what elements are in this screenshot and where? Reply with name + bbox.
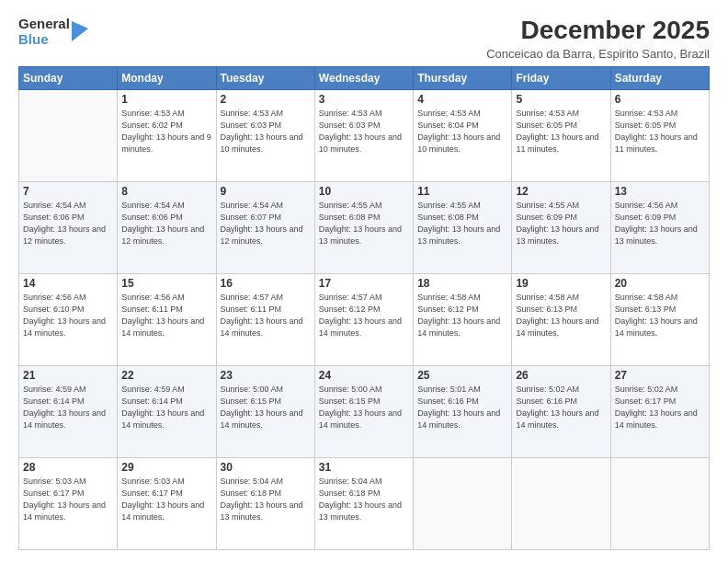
day-info: Sunrise: 4:59 AMSunset: 6:14 PMDaylight:… <box>23 384 113 431</box>
table-row: 10Sunrise: 4:55 AMSunset: 6:08 PMDayligh… <box>314 181 413 273</box>
table-row: 7Sunrise: 4:54 AMSunset: 6:06 PMDaylight… <box>19 181 118 273</box>
table-row: 21Sunrise: 4:59 AMSunset: 6:14 PMDayligh… <box>19 365 118 457</box>
day-number: 11 <box>417 185 507 198</box>
calendar-week-row: 21Sunrise: 4:59 AMSunset: 6:14 PMDayligh… <box>19 365 710 457</box>
title-section: December 2025 Conceicao da Barra, Espiri… <box>486 17 710 61</box>
day-number: 1 <box>121 93 211 106</box>
day-info: Sunrise: 5:03 AMSunset: 6:17 PMDaylight:… <box>121 476 211 523</box>
col-saturday: Saturday <box>610 66 709 89</box>
calendar-header-row: Sunday Monday Tuesday Wednesday Thursday… <box>19 66 710 89</box>
day-info: Sunrise: 4:55 AMSunset: 6:08 PMDaylight:… <box>417 200 507 247</box>
day-number: 8 <box>121 185 211 198</box>
day-info: Sunrise: 4:54 AMSunset: 6:06 PMDaylight:… <box>121 200 211 247</box>
day-info: Sunrise: 5:01 AMSunset: 6:16 PMDaylight:… <box>417 384 507 431</box>
calendar-week-row: 1Sunrise: 4:53 AMSunset: 6:02 PMDaylight… <box>19 89 710 181</box>
day-number: 26 <box>516 369 606 382</box>
calendar-week-row: 7Sunrise: 4:54 AMSunset: 6:06 PMDaylight… <box>19 181 710 273</box>
day-info: Sunrise: 5:02 AMSunset: 6:17 PMDaylight:… <box>615 384 705 431</box>
table-row: 20Sunrise: 4:58 AMSunset: 6:13 PMDayligh… <box>610 273 709 365</box>
table-row: 24Sunrise: 5:00 AMSunset: 6:15 PMDayligh… <box>314 365 413 457</box>
table-row <box>19 89 118 181</box>
day-info: Sunrise: 4:56 AMSunset: 6:10 PMDaylight:… <box>23 292 113 339</box>
location-subtitle: Conceicao da Barra, Espirito Santo, Braz… <box>486 47 710 61</box>
svg-marker-0 <box>72 21 88 41</box>
day-info: Sunrise: 4:56 AMSunset: 6:09 PMDaylight:… <box>615 200 705 247</box>
table-row: 27Sunrise: 5:02 AMSunset: 6:17 PMDayligh… <box>610 365 709 457</box>
day-info: Sunrise: 4:56 AMSunset: 6:11 PMDaylight:… <box>121 292 211 339</box>
day-info: Sunrise: 5:02 AMSunset: 6:16 PMDaylight:… <box>516 384 606 431</box>
day-number: 21 <box>23 369 113 382</box>
day-info: Sunrise: 5:04 AMSunset: 6:18 PMDaylight:… <box>221 476 311 523</box>
day-number: 18 <box>417 277 507 290</box>
day-number: 30 <box>221 461 311 474</box>
table-row: 30Sunrise: 5:04 AMSunset: 6:18 PMDayligh… <box>216 457 314 549</box>
day-number: 29 <box>121 461 211 474</box>
day-number: 12 <box>516 185 606 198</box>
day-number: 9 <box>221 185 311 198</box>
day-number: 4 <box>417 93 507 106</box>
day-number: 16 <box>221 277 311 290</box>
day-number: 22 <box>121 369 211 382</box>
day-info: Sunrise: 4:53 AMSunset: 6:02 PMDaylight:… <box>121 108 211 155</box>
table-row: 17Sunrise: 4:57 AMSunset: 6:12 PMDayligh… <box>314 273 413 365</box>
table-row <box>414 457 512 549</box>
day-info: Sunrise: 4:57 AMSunset: 6:12 PMDaylight:… <box>319 292 409 339</box>
day-info: Sunrise: 4:58 AMSunset: 6:13 PMDaylight:… <box>516 292 606 339</box>
day-number: 3 <box>319 93 409 106</box>
day-number: 23 <box>221 369 311 382</box>
day-info: Sunrise: 4:55 AMSunset: 6:09 PMDaylight:… <box>516 200 606 247</box>
table-row: 19Sunrise: 4:58 AMSunset: 6:13 PMDayligh… <box>512 273 610 365</box>
table-row: 28Sunrise: 5:03 AMSunset: 6:17 PMDayligh… <box>19 457 118 549</box>
day-info: Sunrise: 5:00 AMSunset: 6:15 PMDaylight:… <box>221 384 311 431</box>
table-row: 9Sunrise: 4:54 AMSunset: 6:07 PMDaylight… <box>216 181 314 273</box>
table-row <box>512 457 610 549</box>
day-info: Sunrise: 5:04 AMSunset: 6:18 PMDaylight:… <box>319 476 409 523</box>
table-row: 29Sunrise: 5:03 AMSunset: 6:17 PMDayligh… <box>118 457 216 549</box>
col-sunday: Sunday <box>19 66 118 89</box>
col-tuesday: Tuesday <box>216 66 314 89</box>
day-number: 15 <box>121 277 211 290</box>
day-number: 27 <box>615 369 705 382</box>
table-row: 8Sunrise: 4:54 AMSunset: 6:06 PMDaylight… <box>118 181 216 273</box>
col-friday: Friday <box>512 66 610 89</box>
table-row: 16Sunrise: 4:57 AMSunset: 6:11 PMDayligh… <box>216 273 314 365</box>
table-row: 2Sunrise: 4:53 AMSunset: 6:03 PMDaylight… <box>216 89 314 181</box>
day-info: Sunrise: 4:59 AMSunset: 6:14 PMDaylight:… <box>121 384 211 431</box>
day-number: 7 <box>23 185 113 198</box>
day-number: 5 <box>516 93 606 106</box>
day-number: 31 <box>319 461 409 474</box>
table-row: 15Sunrise: 4:56 AMSunset: 6:11 PMDayligh… <box>118 273 216 365</box>
day-info: Sunrise: 4:54 AMSunset: 6:07 PMDaylight:… <box>221 200 311 247</box>
calendar-week-row: 28Sunrise: 5:03 AMSunset: 6:17 PMDayligh… <box>19 457 710 549</box>
day-info: Sunrise: 4:54 AMSunset: 6:06 PMDaylight:… <box>23 200 113 247</box>
day-info: Sunrise: 4:58 AMSunset: 6:12 PMDaylight:… <box>417 292 507 339</box>
table-row <box>610 457 709 549</box>
header: General Blue December 2025 Conceicao da … <box>18 17 710 61</box>
month-title: December 2025 <box>486 17 710 45</box>
day-number: 6 <box>615 93 705 106</box>
day-info: Sunrise: 4:53 AMSunset: 6:05 PMDaylight:… <box>516 108 606 155</box>
table-row: 6Sunrise: 4:53 AMSunset: 6:05 PMDaylight… <box>610 89 709 181</box>
table-row: 5Sunrise: 4:53 AMSunset: 6:05 PMDaylight… <box>512 89 610 181</box>
day-info: Sunrise: 4:57 AMSunset: 6:11 PMDaylight:… <box>221 292 311 339</box>
day-number: 24 <box>319 369 409 382</box>
day-number: 20 <box>615 277 705 290</box>
calendar-week-row: 14Sunrise: 4:56 AMSunset: 6:10 PMDayligh… <box>19 273 710 365</box>
logo: General Blue <box>18 17 88 47</box>
calendar-table: Sunday Monday Tuesday Wednesday Thursday… <box>18 66 710 550</box>
day-number: 2 <box>221 93 311 106</box>
table-row: 13Sunrise: 4:56 AMSunset: 6:09 PMDayligh… <box>610 181 709 273</box>
day-info: Sunrise: 4:53 AMSunset: 6:04 PMDaylight:… <box>417 108 507 155</box>
logo-icon <box>72 21 88 41</box>
day-info: Sunrise: 4:55 AMSunset: 6:08 PMDaylight:… <box>319 200 409 247</box>
day-number: 19 <box>516 277 606 290</box>
day-number: 17 <box>319 277 409 290</box>
day-number: 14 <box>23 277 113 290</box>
day-info: Sunrise: 4:53 AMSunset: 6:03 PMDaylight:… <box>221 108 311 155</box>
day-info: Sunrise: 4:53 AMSunset: 6:03 PMDaylight:… <box>319 108 409 155</box>
day-number: 25 <box>417 369 507 382</box>
table-row: 25Sunrise: 5:01 AMSunset: 6:16 PMDayligh… <box>414 365 512 457</box>
day-number: 28 <box>23 461 113 474</box>
day-info: Sunrise: 4:53 AMSunset: 6:05 PMDaylight:… <box>615 108 705 155</box>
col-monday: Monday <box>118 66 216 89</box>
